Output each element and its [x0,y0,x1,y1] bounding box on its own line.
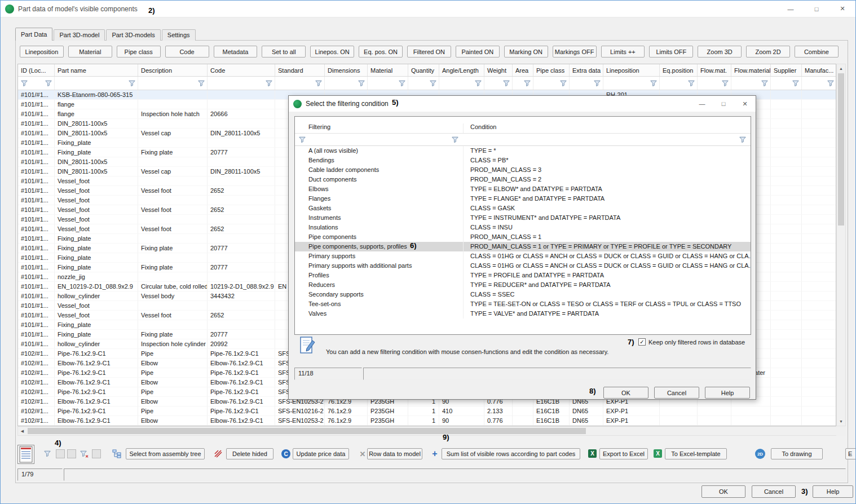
code-button[interactable]: Code [165,46,209,58]
select-from-assembly-tree-button[interactable]: Select from assembly tree [126,448,205,459]
blank-button[interactable] [56,449,65,458]
column-header-part-name[interactable]: Part name [55,64,138,76]
filter-icon[interactable] [502,79,510,87]
filter-cell[interactable] [731,77,771,90]
filter-icon[interactable] [298,136,306,143]
filter-icon[interactable] [792,79,799,87]
filter-condition-row[interactable]: InstrumentsTYPE = INSTRUMENT* and DATATY… [295,213,751,223]
filter-cell[interactable] [660,77,698,90]
column-header-area[interactable]: Area [513,64,533,76]
delete-hided-icon[interactable] [214,449,223,458]
assembly-tree-icon[interactable] [112,449,121,458]
blank-button[interactable] [92,449,101,458]
part-list-icon[interactable] [17,445,34,464]
minimize-icon[interactable]: — [778,1,804,17]
column-header-quantity[interactable]: Quantity [408,64,439,76]
ok-button[interactable]: OK [701,485,745,498]
filter-cell[interactable] [325,77,368,90]
limits-off-button[interactable]: Limits OFF [649,46,693,58]
close-icon[interactable]: ✕ [829,1,855,17]
dialog-column-header-condition[interactable]: Condition [463,123,751,133]
help-button[interactable]: Help [813,485,853,498]
column-header-pipe-class[interactable]: Pipe class [533,64,570,76]
row-data-to-model-button[interactable]: Row data to model [367,448,422,459]
filter-icon[interactable] [761,79,768,87]
filter-icon[interactable] [265,79,272,87]
horizontal-scrollbar[interactable]: ◀ ▶ [17,426,846,436]
column-header-eq-position[interactable]: Eq.position [660,64,698,76]
scroll-up-icon[interactable]: ▲ [837,64,845,73]
pipe-class-button[interactable]: Pipe class [117,46,161,58]
filter-cell[interactable] [802,77,836,90]
scrollbar-thumb[interactable] [838,73,844,226]
filter-icon[interactable] [721,79,729,87]
filter-cell[interactable] [18,77,55,90]
column-header-code[interactable]: Code [208,64,275,76]
filter-icon[interactable] [593,79,601,87]
linepos-on-button[interactable]: Linepos. ON [310,46,354,58]
filter-icon[interactable] [429,79,436,87]
column-header-lineposition[interactable]: Lineposition [603,64,660,76]
metadata-button[interactable]: Metadata [214,46,258,58]
filter-condition-row[interactable]: BendingsCLASS = PB* [295,156,751,165]
column-header-extra-data[interactable]: Extra data [570,64,603,76]
filter-cell[interactable] [463,136,751,143]
to-drawing-button[interactable]: To drawing [771,448,823,459]
filter-cell[interactable] [55,77,138,90]
dialog-column-header-filtering[interactable]: Filtering [295,123,463,133]
filter-condition-row[interactable]: ReducersTYPE = REDUCER* and DATATYPE = P… [295,280,751,290]
lineposition-button[interactable]: Lineposition [20,46,64,58]
filter-cell[interactable] [533,77,570,90]
filter-condition-row[interactable]: Tee-set-onsTYPE = TEE-SET-ON or CLASS = … [295,299,751,309]
filter-condition-row[interactable]: Duct componentsPROD_MAIN_CLASS = 2 [295,175,751,184]
column-header-material[interactable]: Material [368,64,408,76]
filter-condition-row[interactable]: ProfilesTYPE = PROFILE and DATATYPE = PA… [295,271,751,280]
column-header-supplier[interactable]: Supplier [771,64,802,76]
tab-part-data[interactable]: Part Data [15,28,52,41]
material-button[interactable]: Material [68,46,112,58]
filtered-on-button[interactable]: Filtered ON [407,46,451,58]
filter-icon[interactable] [398,79,405,87]
column-header-weight[interactable]: Weight [484,64,513,76]
filter-condition-row[interactable]: InsulationsCLASS = INSU [295,223,751,232]
filter-cell[interactable] [275,77,325,90]
filter-clear-icon[interactable] [80,450,87,457]
filter-condition-row[interactable]: Cable ladder componentsPROD_MAIN_CLASS =… [295,165,751,175]
vertical-scrollbar[interactable]: ▲ ▼ [836,64,846,426]
column-header-manufac[interactable]: Manufac... [802,64,836,76]
filter-icon[interactable] [739,136,746,143]
set-to-all-button[interactable]: Set to all [262,46,306,58]
filter-cell[interactable] [570,77,603,90]
filter-cell[interactable] [138,77,208,90]
blank-button[interactable] [67,449,76,458]
marking-on-button[interactable]: Marking ON [504,46,548,58]
zoom-3d-button[interactable]: Zoom 3D [698,46,742,58]
column-header-standard[interactable]: Standard [275,64,325,76]
combine-button[interactable]: Combine [795,46,839,58]
column-header-flow-mat[interactable]: Flow.mat. [698,64,731,76]
filter-condition-row[interactable]: A (all rows visible)TYPE = * [295,146,751,156]
tab-settings[interactable]: Settings [162,29,196,41]
filter-cell[interactable] [698,77,731,90]
filter-cell[interactable] [603,77,660,90]
filter-icon[interactable] [827,79,834,87]
zoom-2d-button[interactable]: Zoom 2D [746,46,790,58]
tab-part-3d-model[interactable]: Part 3D-model [54,29,105,41]
to-excel-template-button[interactable]: To Excel-template [665,448,727,459]
filter-condition-row[interactable]: ElbowsTYPE = ELBOW* and DATATYPE = PARTD… [295,184,751,194]
filter-icon[interactable] [559,79,567,87]
column-header-angle-length[interactable]: Angle/Length [439,64,484,76]
column-header-dimensions[interactable]: Dimensions [325,64,368,76]
filter-icon[interactable] [128,79,135,87]
filter-condition-row[interactable]: Pipe components, supports, profilesPROD_… [295,242,751,251]
filter-cell[interactable] [208,77,275,90]
filter-condition-row[interactable]: Pipe componentsPROD_MAIN_CLASS = 1 [295,232,751,242]
filter-icon[interactable] [451,136,458,143]
filter-icon[interactable] [474,79,482,87]
delete-hided-button[interactable]: Delete hided [226,448,273,459]
markings-off-button[interactable]: Markings OFF [553,46,597,58]
filter-condition-row[interactable]: Secondary supportsCLASS = SSEC [295,290,751,299]
filter-condition-row[interactable]: Primary supportsCLASS = 01HG or CLASS = … [295,251,751,261]
scroll-down-icon[interactable]: ▼ [837,417,845,426]
dialog-help-button[interactable]: Help [705,387,750,399]
